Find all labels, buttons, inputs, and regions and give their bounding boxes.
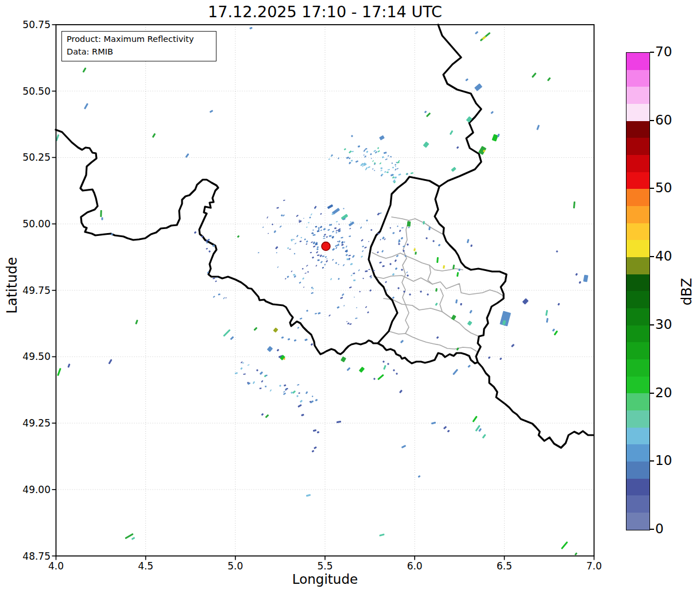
colorbar-segment [626, 104, 649, 121]
x-tick-label: 4.0 [39, 560, 74, 572]
x-tick-label: 4.5 [129, 560, 163, 572]
colorbar-segment [626, 189, 649, 206]
x-tick-label: 7.0 [577, 560, 612, 572]
colorbar-label: dBZ [679, 269, 696, 315]
colorbar-tick-mark [650, 529, 654, 530]
colorbar-tick-label: 70 [655, 44, 672, 59]
colorbar-segment [626, 308, 649, 325]
colorbar-segment [626, 359, 649, 377]
y-tick-label: 49.00 [16, 484, 51, 495]
colorbar-segment [626, 462, 649, 479]
colorbar-tick-mark [650, 188, 654, 189]
y-tick-label: 48.75 [16, 551, 51, 562]
colorbar-tick-mark [650, 256, 654, 257]
colorbar-tick-label: 10 [655, 453, 672, 468]
colorbar-segment [626, 274, 649, 292]
x-tick-label: 5.0 [218, 560, 253, 572]
colorbar-segment [626, 410, 649, 428]
radar-site-dot [322, 242, 330, 251]
colorbar-tick-mark [650, 120, 654, 121]
colorbar-segment [626, 223, 649, 241]
colorbar-segment [626, 138, 649, 155]
colorbar-segment [626, 240, 649, 257]
colorbar-segment [626, 291, 649, 308]
colorbar-segment [626, 444, 649, 462]
x-tick-label: 6.5 [487, 560, 521, 572]
radar-clutter-speckles [206, 145, 413, 402]
y-tick-label: 49.75 [16, 285, 51, 296]
colorbar-segment [626, 257, 649, 274]
graticule-gridlines [56, 25, 594, 556]
colorbar-segment [626, 155, 649, 172]
colorbar-segment [626, 325, 649, 343]
product-info-line1: Product: Maximum Reflectivity [67, 33, 211, 46]
colorbar-segment [626, 479, 649, 496]
y-tick-label: 50.25 [16, 152, 51, 163]
colorbar-tick-label: 0 [655, 521, 664, 536]
y-tick-label: 49.25 [16, 417, 51, 429]
colorbar-segment [626, 206, 649, 223]
y-tick-label: 49.50 [16, 351, 51, 362]
x-tick-label: 6.0 [397, 560, 432, 572]
colorbar-segment [626, 70, 649, 87]
colorbar-tick-mark [650, 393, 654, 394]
colorbar-segment [626, 342, 649, 359]
map-canvas [0, 0, 700, 597]
x-axis-label: Longitude [56, 572, 594, 587]
colorbar-tick-label: 40 [655, 249, 672, 263]
colorbar-segment [626, 495, 649, 513]
colorbar-tick-label: 30 [655, 317, 672, 332]
colorbar-segment [626, 121, 649, 138]
colorbar-tick-mark [650, 460, 654, 462]
colorbar-tick-mark [650, 324, 654, 325]
colorbar [626, 52, 650, 530]
product-info-box: Product: Maximum Reflectivity Data: RMIB [61, 31, 216, 61]
y-tick-label: 50.00 [16, 218, 51, 230]
x-tick-label: 5.5 [308, 560, 342, 572]
y-tick-label: 50.75 [16, 19, 51, 30]
colorbar-tick-mark [650, 52, 654, 53]
y-tick-label: 50.50 [16, 86, 51, 97]
product-info-line2: Data: RMIB [67, 46, 211, 59]
colorbar-segment [626, 87, 649, 104]
colorbar-segment [626, 513, 649, 530]
colorbar-segment [626, 172, 649, 189]
colorbar-segment [626, 377, 649, 394]
colorbar-segment [626, 53, 649, 70]
figure-title: 17.12.2025 17:10 - 17:14 UTC [56, 3, 594, 21]
colorbar-segment [626, 428, 649, 445]
colorbar-tick-label: 20 [655, 385, 672, 400]
colorbar-tick-label: 60 [655, 113, 672, 127]
colorbar-tick-label: 50 [655, 180, 672, 195]
colorbar-segment [626, 393, 649, 410]
radar-figure: 17.12.2025 17:10 - 17:14 UTC Product: Ma… [0, 0, 700, 597]
axis-tick-marks [52, 25, 594, 560]
radar-echo-marks [56, 27, 589, 556]
